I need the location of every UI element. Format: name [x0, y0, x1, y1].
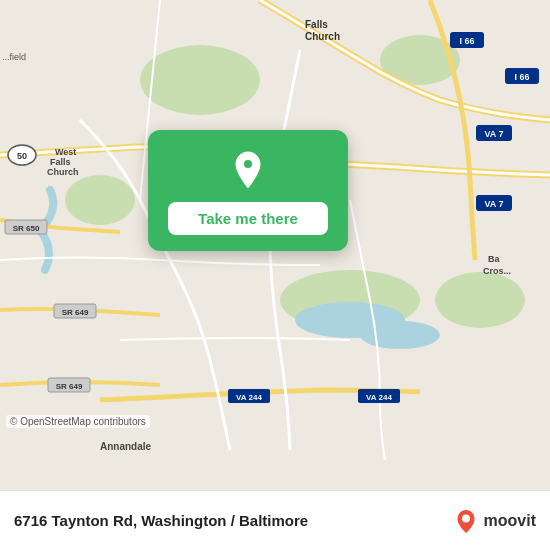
moovit-logo: moovit — [452, 507, 536, 535]
moovit-pin-icon — [452, 507, 480, 535]
bottom-bar: 6716 Taynton Rd, Washington / Baltimore … — [0, 490, 550, 550]
svg-text:Church: Church — [47, 167, 79, 177]
svg-point-7 — [360, 321, 440, 349]
take-me-there-button[interactable]: Take me there — [168, 202, 328, 235]
svg-text:I 66: I 66 — [459, 36, 474, 46]
svg-point-37 — [243, 159, 253, 169]
svg-text:SR 649: SR 649 — [62, 308, 89, 317]
svg-text:VA 7: VA 7 — [484, 129, 503, 139]
svg-point-1 — [140, 45, 260, 115]
location-pin-icon — [226, 148, 270, 192]
svg-text:SR 650: SR 650 — [13, 224, 40, 233]
osm-attribution: © OpenStreetMap contributors — [6, 415, 150, 428]
svg-text:Annandale: Annandale — [100, 441, 152, 452]
svg-point-38 — [462, 514, 470, 522]
svg-text:50: 50 — [17, 151, 27, 161]
svg-point-5 — [435, 272, 525, 328]
address-text: 6716 Taynton Rd, Washington / Baltimore — [14, 512, 440, 529]
svg-text:VA 244: VA 244 — [236, 393, 262, 402]
svg-text:SR 649: SR 649 — [56, 382, 83, 391]
svg-text:Cros...: Cros... — [483, 266, 511, 276]
popup-card: Take me there — [148, 130, 348, 251]
svg-text:...field: ...field — [2, 52, 26, 62]
svg-text:Falls: Falls — [305, 19, 328, 30]
svg-text:Church: Church — [305, 31, 340, 42]
svg-text:West: West — [55, 147, 76, 157]
svg-text:Falls: Falls — [50, 157, 71, 167]
svg-text:Ba: Ba — [488, 254, 500, 264]
map-container: Falls Church I 66 I 66 VA 7 VA 7 50 West… — [0, 0, 550, 490]
svg-text:I 66: I 66 — [514, 72, 529, 82]
svg-point-3 — [65, 175, 135, 225]
svg-text:VA 7: VA 7 — [484, 199, 503, 209]
svg-text:VA 244: VA 244 — [366, 393, 392, 402]
moovit-wordmark: moovit — [484, 512, 536, 530]
